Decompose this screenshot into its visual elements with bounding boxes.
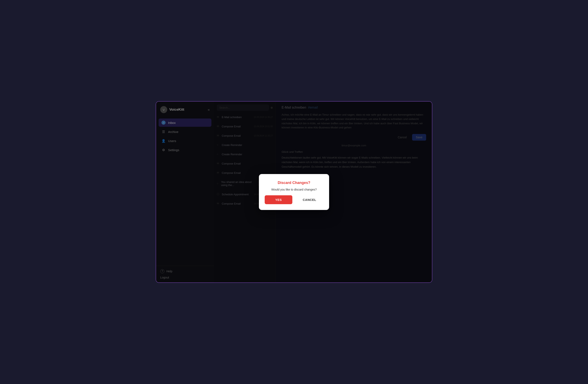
modal-overlay: Discard Changes? Would you like to disca…	[156, 102, 432, 282]
dialog-title: Discard Changes?	[278, 181, 310, 185]
dialog-buttons: YES CANCEL	[265, 195, 323, 204]
discard-changes-dialog: Discard Changes? Would you like to disca…	[259, 174, 329, 210]
dialog-yes-button[interactable]: YES	[265, 195, 292, 204]
dialog-message: Would you like to discard changes?	[271, 188, 317, 191]
dialog-cancel-button[interactable]: CANCEL	[296, 195, 323, 204]
app-screen: V VoiceKitt « ✓ Inbox ☰ Archive 👤 Users …	[156, 101, 432, 283]
